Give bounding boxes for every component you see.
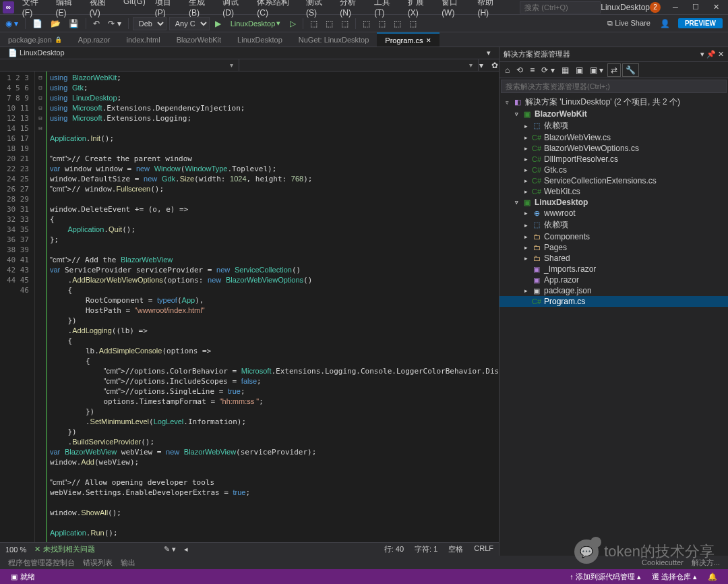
tree-item[interactable]: ▸C#ServiceCollectionExtensions.cs [499,175,728,186]
source-control-button[interactable]: ↑ 添加到源代码管理 ▴ [564,572,646,582]
tree-item[interactable]: ▸C#BlazorWebView.cs [499,132,728,143]
config-select[interactable]: Debug [133,17,166,30]
maximize-button[interactable]: ☐ [686,1,705,13]
editor-tab[interactable]: index.html [119,32,169,47]
refresh-icon[interactable]: ⟳ ▾ [539,64,557,76]
whitespace-mode[interactable]: 空格 [448,544,463,554]
menu-item[interactable]: 帮助(H) [473,0,506,19]
view-switch-icon[interactable]: ⇄ [607,63,621,77]
tree-item[interactable]: ▸⊕wwwroot [499,208,728,218]
menu-item[interactable]: 分析(N) [336,0,369,19]
live-share-button[interactable]: ⧉ Live Share [603,18,655,29]
solution-search-input[interactable] [501,80,727,93]
bottom-tab[interactable]: 错误列表 [79,558,117,567]
nav-member-select[interactable]: ▾ [239,59,479,71]
tree-item[interactable]: ▣App.razor [499,274,728,285]
bottom-tab[interactable]: 解决方... [688,558,724,567]
tool-icon[interactable]: ⬚ [375,18,388,30]
tool-icon[interactable]: ⬚ [406,18,419,30]
issues-status[interactable]: ✕ 未找到相关问题 [34,544,95,554]
editor-tab[interactable]: Program.cs ✕ [377,32,439,47]
tool-icon[interactable]: ⬚ [307,18,320,30]
bottom-tab[interactable]: 程序包管理器控制台 [4,558,79,567]
bottom-tab[interactable]: Cookiecutter [638,558,688,567]
tree-item[interactable]: ▿▣LinuxDesktop [499,197,728,208]
user-icon[interactable]: 👤 [657,18,673,30]
solution-tree[interactable]: ▿◧解决方案 'LinuxDesktop' (2 个项目, 共 2 个)▿▣Bl… [499,94,728,556]
tree-item[interactable]: ▸C#BlazorWebViewOptions.cs [499,143,728,154]
notification-badge[interactable]: 2 [650,2,661,13]
tree-item[interactable]: ▸⬚依赖项 [499,119,728,132]
editor-tab[interactable]: BlazorWebKit [169,32,229,47]
menu-item[interactable]: 窗口(W) [437,0,472,19]
new-file-icon[interactable]: 📄 [30,18,45,30]
tree-item[interactable]: ▸C#WebKit.cs [499,186,728,197]
minimize-button[interactable]: ─ [666,1,685,13]
code-editor[interactable]: using BlazorWebKit; using Gtk; using Lin… [46,71,499,542]
menu-item[interactable]: 视图(V) [86,0,118,19]
eol-mode[interactable]: CRLF [474,544,493,554]
tool-icon[interactable]: ⬚ [323,18,336,30]
menu-item[interactable]: 文件(F) [18,0,51,19]
open-icon[interactable]: 📂 [48,18,63,30]
save-icon[interactable]: 💾 [66,18,82,30]
close-button[interactable]: ✕ [706,1,725,13]
split-icon[interactable]: ▾ [477,59,486,71]
subtab-dropdown-icon[interactable]: ▾ [483,48,495,58]
bottom-tab[interactable]: 输出 [117,558,140,567]
fold-margin[interactable]: ⊟ ⊟ ⊟ ⊟ ⊟ ⊟ [35,71,46,542]
tool-icon[interactable]: ⬚ [391,18,404,30]
cursor-col[interactable]: 字符: 1 [415,544,437,554]
notifications-icon[interactable]: 🔔 [702,572,723,582]
undo-icon[interactable]: ↶ [90,18,102,30]
tree-item[interactable]: ▿▣BlazorWebKit [499,109,728,119]
editor-tab[interactable]: LinuxDesktop [229,32,291,47]
menu-item[interactable]: 工具(T) [370,0,402,19]
redo-icon[interactable]: ↷ ▾ [105,18,123,30]
platform-select[interactable]: Any CPU [169,17,210,30]
tool-icon[interactable]: ▣ [573,64,586,76]
tree-item[interactable]: ▣_Imports.razor [499,264,728,274]
run-icon[interactable]: ▶ [212,18,224,30]
tree-item[interactable]: ▸⬚依赖项 [499,218,728,231]
status-ready: ▣ 就绪 [5,572,40,582]
preview-button[interactable]: PREVIEW [678,18,723,28]
sync-icon[interactable]: ⟲ [514,64,526,76]
tool-icon[interactable]: ⬚ [360,18,373,30]
menu-item[interactable]: 编辑(E) [52,0,84,19]
tree-item[interactable]: ▸🗀Pages [499,242,728,253]
editor-tab[interactable]: App.razor [70,32,119,47]
editor-tab[interactable]: package.json 🔒 [0,32,70,47]
tree-item[interactable]: ▸🗀Shared [499,253,728,264]
showall-icon[interactable]: ▦ [559,64,572,76]
tree-item[interactable]: ▸🗀Components [499,231,728,242]
tree-item[interactable]: ▸▣package.json [499,285,728,296]
tree-item[interactable]: ▸C#DllImportResolver.cs [499,154,728,165]
wrench-icon[interactable]: 🔧 [622,63,639,77]
menu-item[interactable]: 扩展(X) [404,0,436,19]
menu-item[interactable]: 体系结构(C) [253,0,301,19]
solution-explorer-header: 解决方案资源管理器 ▾ 📌 ✕ [499,47,728,62]
back-button[interactable]: ◉ ▾ [3,18,21,30]
run-button[interactable]: LinuxDesktop ▾ [226,18,285,29]
zoom-level[interactable]: 100 % [5,546,26,554]
tree-item[interactable]: ▸C#Gtk.cs [499,165,728,175]
run-noattach-icon[interactable]: ▷ [287,18,299,30]
cursor-line[interactable]: 行: 40 [384,544,404,554]
statusbar: ▣ 就绪 ↑ 添加到源代码管理 ▴ 選 选择仓库 ▴ 🔔 [0,569,728,584]
tool-icon[interactable]: ▣ ▾ [587,64,606,76]
editor-tabs: package.json 🔒App.razorindex.htmlBlazorW… [0,32,728,47]
project-subtab[interactable]: 📄 LinuxDesktop [4,48,69,58]
nav-scope-select[interactable]: ▾ [0,59,239,71]
repo-select-button[interactable]: 選 选择仓库 ▴ [646,572,702,582]
tool-icon[interactable]: ⬚ [338,18,351,30]
project-title: LinuxDesktop [601,3,650,12]
menu-item[interactable]: 调试(D) [218,0,251,19]
collapse-icon[interactable]: ≡ [527,64,537,76]
editor-tab[interactable]: NuGet: LinuxDesktop [291,32,377,47]
menu-item[interactable]: 测试(S) [302,0,334,19]
tree-item[interactable]: C#Program.cs [499,296,728,307]
tree-item[interactable]: ▿◧解决方案 'LinuxDesktop' (2 个项目, 共 2 个) [499,96,728,109]
home-icon[interactable]: ⌂ [502,64,512,76]
global-search-input[interactable] [520,1,601,13]
